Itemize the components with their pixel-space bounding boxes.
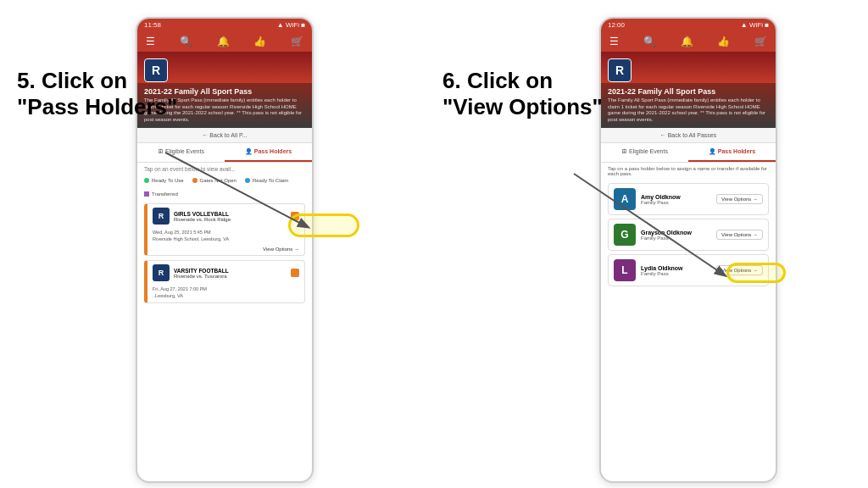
- legend-label-transferred: Transferred: [152, 191, 178, 197]
- legend-square-purple: [144, 191, 149, 197]
- search-icon-right[interactable]: 🔍: [643, 36, 656, 47]
- holder-avatar-amy: A: [614, 188, 636, 210]
- back-label-left: ← Back to All P...: [202, 132, 247, 138]
- holder-name-amy: Amy Oldknow: [641, 194, 711, 200]
- back-bar-right[interactable]: ← Back to All Passes: [601, 128, 776, 143]
- view-options-grayson[interactable]: View Options →: [716, 230, 763, 240]
- legend-ready-claim: Ready To Claim: [245, 178, 288, 183]
- step5-label: 5. Click on "Pass Holders": [17, 68, 186, 120]
- legend-label-claim: Ready To Claim: [253, 178, 288, 183]
- event-info-football: VARSITY FOOTBALL Riverside vs. Tuscarora: [174, 268, 287, 279]
- nav-bar-right: ☰ 🔍 🔔 👍 🛒: [601, 31, 776, 52]
- event-date-volleyball: Wed, Aug 25, 2021 5:45 PM: [153, 230, 299, 236]
- legend-left: Ready To Use Gates Not Open Ready To Cla…: [137, 175, 312, 199]
- thumb-icon-right[interactable]: 👍: [717, 36, 730, 47]
- legend-ready-use: Ready To Use: [144, 178, 184, 183]
- holder-info-grayson: Grayson Oldknow Family Pass: [641, 230, 711, 241]
- holder-type-amy: Family Pass: [641, 200, 711, 205]
- back-bar-left[interactable]: ← Back to All P...: [137, 128, 312, 143]
- sub-text-left: Tap on an event below to view avail...: [137, 163, 312, 175]
- hero-overlay-right: 2021-22 Family All Sport Pass The Family…: [601, 83, 776, 128]
- tab-eligible-events-right[interactable]: 🗓 Eligible Events: [601, 143, 688, 162]
- event-teams-football: Riverside vs. Tuscarora: [174, 274, 287, 279]
- tabs-bar-left: 🗓 Eligible Events 👤 Pass Holders: [137, 143, 312, 163]
- tab-eligible-events-left[interactable]: 🗓 Eligible Events: [137, 143, 225, 162]
- step6-target: "View Options": [442, 94, 603, 119]
- time-right: 12:00: [608, 21, 625, 29]
- legend-label-ready-use: Ready To Use: [152, 178, 184, 183]
- legend-label-gates: Gates Not Open: [200, 178, 236, 183]
- hero-image-right: R 2021-22 Family All Sport Pass The Fami…: [601, 52, 776, 128]
- pass-holder-note: Tap on a pass holder below to assign a n…: [601, 163, 776, 180]
- event-card-football[interactable]: R VARSITY FOOTBALL Riverside vs. Tuscaro…: [144, 260, 305, 302]
- right-section: 6. Click on "View Options" 12:00 ▲ WiFi …: [442, 17, 851, 471]
- tabs-bar-right: 🗓 Eligible Events 👤 Pass Holders: [601, 143, 776, 163]
- menu-icon-right[interactable]: ☰: [609, 36, 619, 47]
- holder-card-lydia[interactable]: L Lydia Oldknow Family Pass View Options…: [608, 254, 769, 286]
- holder-avatar-grayson: G: [614, 224, 636, 246]
- event-info-volleyball: GIRLS VOLLEYBALL Riverside vs. Rock Ridg…: [174, 211, 287, 222]
- legend-dot-green: [144, 178, 149, 183]
- back-label-right: ← Back to All Passes: [660, 132, 717, 138]
- signal-icons-left: ▲ WiFi ■: [277, 21, 305, 29]
- holder-type-lydia: Family Pass: [641, 271, 711, 276]
- holder-card-amy[interactable]: A Amy Oldknow Family Pass View Options →: [608, 183, 769, 215]
- status-bar-right: 12:00 ▲ WiFi ■: [601, 19, 776, 31]
- event-corner-volleyball: [291, 212, 299, 220]
- view-options-lydia[interactable]: View Options →: [716, 265, 763, 275]
- event-type-football: VARSITY FOOTBALL: [174, 268, 287, 274]
- tab-pass-holders-left[interactable]: 👤 Pass Holders: [225, 143, 312, 162]
- hero-desc-right: The Family All Sport Pass (immediate fam…: [608, 97, 769, 124]
- search-icon[interactable]: 🔍: [180, 36, 192, 47]
- event-date-football: Fri, Aug 27, 2021 7:00 PM: [153, 286, 299, 293]
- event-card-volleyball[interactable]: R GIRLS VOLLEYBALL Riverside vs. Rock Ri…: [144, 203, 305, 256]
- event-details-volleyball: Wed, Aug 25, 2021 5:45 PM Riverside High…: [147, 228, 304, 245]
- holder-name-lydia: Lydia Oldknow: [641, 265, 711, 271]
- signal-icons-right: ▲ WiFi ■: [741, 21, 769, 29]
- view-options-volleyball[interactable]: View Options →: [147, 245, 304, 255]
- phone-right: 12:00 ▲ WiFi ■ ☰ 🔍 🔔 👍 🛒 R 2021-22 Famil…: [599, 17, 777, 483]
- step5-target: "Pass Holders": [17, 94, 177, 119]
- menu-icon[interactable]: ☰: [146, 36, 155, 47]
- event-corner-football: [291, 269, 299, 277]
- left-section: 5. Click on "Pass Holders" 11:58 ▲ WiFi …: [17, 17, 426, 471]
- event-card-header-volleyball: R GIRLS VOLLEYBALL Riverside vs. Rock Ri…: [147, 204, 304, 228]
- holder-card-grayson[interactable]: G Grayson Oldknow Family Pass View Optio…: [608, 219, 769, 251]
- notification-icon[interactable]: 🔔: [217, 36, 230, 47]
- holder-info-amy: Amy Oldknow Family Pass: [641, 194, 711, 205]
- legend-transferred: Transferred: [144, 191, 178, 197]
- cart-icon-right[interactable]: 🛒: [754, 36, 767, 47]
- tab-pass-holders-right[interactable]: 👤 Pass Holders: [688, 143, 776, 162]
- event-location-football: ..Leesburg, VA: [153, 293, 299, 300]
- event-type-volleyball: GIRLS VOLLEYBALL: [174, 211, 287, 217]
- legend-dot-blue: [245, 178, 250, 183]
- time-left: 11:58: [144, 21, 161, 29]
- step6-action: Click on: [467, 68, 553, 93]
- step5-number: 5.: [17, 68, 36, 93]
- view-options-amy[interactable]: View Options →: [716, 194, 763, 204]
- hero-title-right: 2021-22 Family All Sport Pass: [608, 87, 769, 96]
- sport-logo-football: R: [153, 264, 170, 281]
- event-location-volleyball: Riverside High School, Leesburg, VA: [153, 236, 299, 243]
- event-details-football: Fri, Aug 27, 2021 7:00 PM ..Leesburg, VA: [147, 285, 304, 302]
- sport-logo-volleyball: R: [153, 208, 170, 225]
- status-bar-left: 11:58 ▲ WiFi ■: [137, 19, 312, 31]
- thumb-icon[interactable]: 👍: [253, 36, 266, 47]
- event-teams-volleyball: Riverside vs. Rock Ridge: [174, 217, 287, 222]
- step5-action: Click on: [42, 68, 127, 93]
- step6-number: 6.: [442, 68, 461, 93]
- holder-type-grayson: Family Pass: [641, 236, 711, 241]
- nav-bar-left: ☰ 🔍 🔔 👍 🛒: [137, 31, 312, 52]
- legend-gates: Gates Not Open: [192, 178, 236, 183]
- holder-name-grayson: Grayson Oldknow: [641, 230, 711, 236]
- cart-icon[interactable]: 🛒: [291, 36, 303, 47]
- notification-icon-right[interactable]: 🔔: [681, 36, 693, 47]
- step6-label: 6. Click on "View Options": [442, 68, 612, 120]
- legend-dot-orange: [192, 178, 198, 183]
- event-card-header-football: R VARSITY FOOTBALL Riverside vs. Tuscaro…: [147, 261, 304, 285]
- holder-info-lydia: Lydia Oldknow Family Pass: [641, 265, 711, 276]
- holder-avatar-lydia: L: [614, 259, 636, 281]
